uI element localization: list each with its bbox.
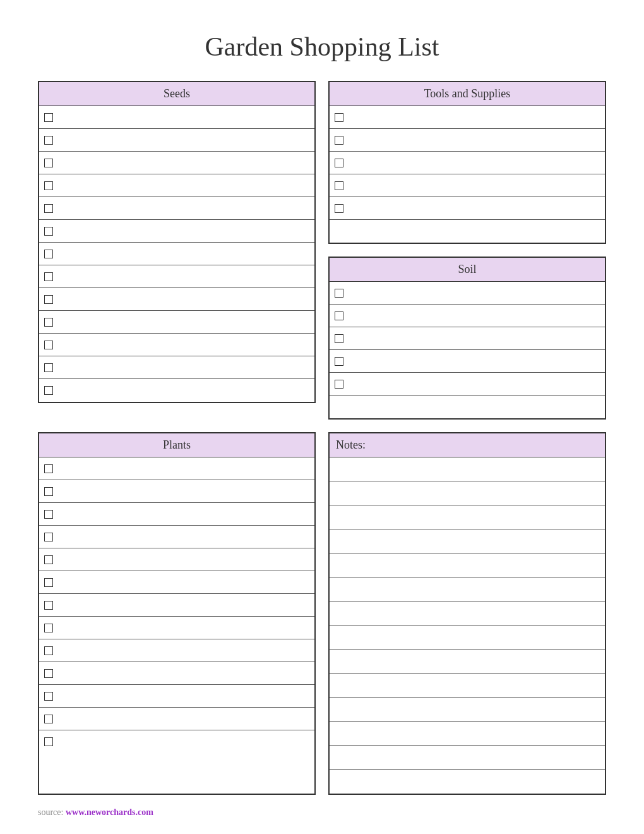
checkbox[interactable] bbox=[44, 669, 53, 678]
checkbox[interactable] bbox=[44, 341, 53, 349]
list-item[interactable] bbox=[39, 152, 314, 174]
note-line[interactable] bbox=[330, 722, 605, 746]
list-item[interactable] bbox=[39, 708, 314, 730]
list-item[interactable] bbox=[330, 373, 605, 396]
checkbox[interactable] bbox=[44, 737, 53, 746]
list-item[interactable] bbox=[39, 129, 314, 152]
list-item[interactable] bbox=[330, 197, 605, 220]
checkbox[interactable] bbox=[44, 601, 53, 610]
list-item[interactable] bbox=[330, 282, 605, 305]
checkbox[interactable] bbox=[335, 334, 343, 343]
checkbox[interactable] bbox=[44, 181, 53, 190]
list-item[interactable] bbox=[39, 311, 314, 334]
list-item[interactable] bbox=[39, 379, 314, 402]
note-line[interactable] bbox=[330, 601, 605, 626]
checkbox[interactable] bbox=[44, 487, 53, 496]
checkbox[interactable] bbox=[44, 227, 53, 236]
note-line[interactable] bbox=[330, 505, 605, 529]
list-item[interactable] bbox=[330, 220, 605, 243]
checkbox[interactable] bbox=[44, 250, 53, 258]
checkbox[interactable] bbox=[335, 311, 343, 320]
list-item[interactable] bbox=[39, 197, 314, 220]
checkbox[interactable] bbox=[44, 363, 53, 372]
checkbox[interactable] bbox=[44, 295, 53, 304]
note-line[interactable] bbox=[330, 457, 605, 481]
list-item[interactable] bbox=[39, 106, 314, 129]
page-title: Garden Shopping List bbox=[38, 32, 606, 62]
checkbox[interactable] bbox=[44, 272, 53, 281]
note-line[interactable] bbox=[330, 698, 605, 722]
note-line[interactable] bbox=[330, 553, 605, 577]
checkbox[interactable] bbox=[44, 318, 53, 327]
list-item[interactable] bbox=[330, 305, 605, 327]
source-label: source: bbox=[38, 807, 63, 817]
checkbox[interactable] bbox=[44, 204, 53, 213]
checkbox[interactable] bbox=[44, 533, 53, 541]
checkbox[interactable] bbox=[44, 159, 53, 167]
list-item[interactable] bbox=[330, 152, 605, 174]
list-item[interactable] bbox=[330, 129, 605, 152]
checkbox[interactable] bbox=[44, 386, 53, 395]
list-item[interactable] bbox=[39, 503, 314, 526]
list-item[interactable] bbox=[39, 334, 314, 356]
checkbox[interactable] bbox=[44, 624, 53, 632]
seeds-header: Seeds bbox=[39, 82, 314, 106]
checkbox[interactable] bbox=[335, 380, 343, 389]
list-item[interactable] bbox=[39, 685, 314, 708]
list-item[interactable] bbox=[330, 396, 605, 418]
note-line[interactable] bbox=[330, 481, 605, 505]
list-item[interactable] bbox=[39, 356, 314, 379]
checkbox[interactable] bbox=[44, 578, 53, 587]
plants-list bbox=[39, 457, 314, 753]
tools-header: Tools and Supplies bbox=[330, 82, 605, 106]
list-item[interactable] bbox=[39, 639, 314, 662]
checkbox[interactable] bbox=[44, 136, 53, 145]
checkbox[interactable] bbox=[44, 715, 53, 723]
checkbox[interactable] bbox=[44, 464, 53, 473]
checkbox[interactable] bbox=[44, 692, 53, 701]
list-item[interactable] bbox=[39, 571, 314, 594]
list-item[interactable] bbox=[39, 288, 314, 311]
list-item[interactable] bbox=[330, 174, 605, 197]
list-item[interactable] bbox=[39, 480, 314, 503]
checkbox[interactable] bbox=[335, 159, 343, 167]
note-line[interactable] bbox=[330, 626, 605, 650]
list-item[interactable] bbox=[39, 174, 314, 197]
note-line[interactable] bbox=[330, 529, 605, 553]
checkbox[interactable] bbox=[335, 204, 343, 213]
source-url[interactable]: www.neworchards.com bbox=[66, 807, 153, 817]
checkbox[interactable] bbox=[44, 646, 53, 655]
checkbox[interactable] bbox=[335, 136, 343, 145]
checkbox[interactable] bbox=[335, 181, 343, 190]
seeds-list bbox=[39, 106, 314, 402]
tools-section: Tools and Supplies bbox=[328, 81, 606, 244]
list-item[interactable] bbox=[330, 350, 605, 373]
checkbox[interactable] bbox=[335, 113, 343, 122]
tools-list bbox=[330, 106, 605, 243]
seeds-section: Seeds bbox=[38, 81, 316, 403]
list-item[interactable] bbox=[39, 548, 314, 571]
list-item[interactable] bbox=[39, 594, 314, 617]
note-line[interactable] bbox=[330, 746, 605, 770]
note-line[interactable] bbox=[330, 770, 605, 794]
list-item[interactable] bbox=[39, 617, 314, 639]
checkbox[interactable] bbox=[44, 555, 53, 564]
list-item[interactable] bbox=[39, 526, 314, 548]
notes-section: Notes: bbox=[328, 432, 606, 795]
list-item[interactable] bbox=[39, 457, 314, 480]
list-item[interactable] bbox=[330, 327, 605, 350]
checkbox[interactable] bbox=[335, 357, 343, 366]
checkbox[interactable] bbox=[44, 510, 53, 519]
note-line[interactable] bbox=[330, 650, 605, 674]
list-item[interactable] bbox=[39, 243, 314, 265]
notes-header: Notes: bbox=[330, 433, 605, 457]
checkbox[interactable] bbox=[335, 289, 343, 298]
list-item[interactable] bbox=[39, 662, 314, 685]
list-item[interactable] bbox=[39, 220, 314, 243]
note-line[interactable] bbox=[330, 577, 605, 601]
list-item[interactable] bbox=[39, 730, 314, 753]
checkbox[interactable] bbox=[44, 113, 53, 122]
list-item[interactable] bbox=[330, 106, 605, 129]
note-line[interactable] bbox=[330, 674, 605, 698]
list-item[interactable] bbox=[39, 265, 314, 288]
